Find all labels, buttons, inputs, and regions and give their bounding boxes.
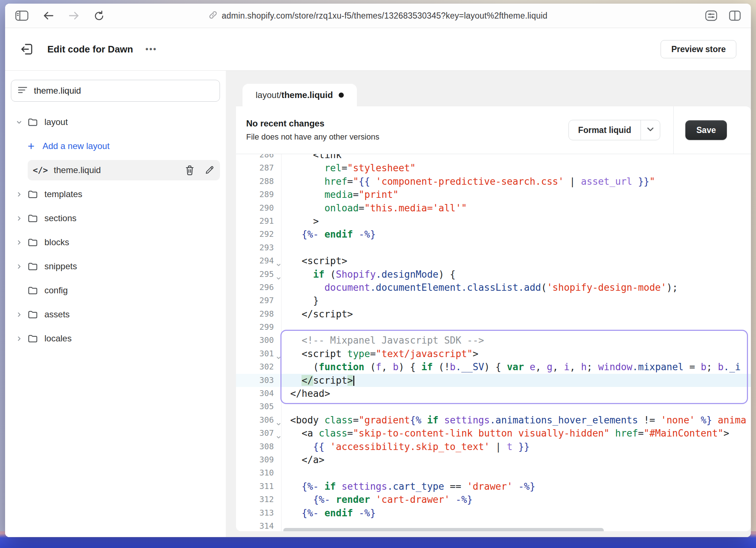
line-number: 309: [236, 453, 281, 466]
unsaved-changes-dot: [339, 93, 344, 98]
sidebar-item-snippets[interactable]: snippets: [11, 256, 220, 277]
sidebar-item-add-new-layout[interactable]: +Add a new layout: [28, 136, 220, 156]
chevron-down-icon: [647, 127, 654, 133]
format-options-chevron-button[interactable]: [641, 120, 660, 140]
code-line[interactable]: 293: [236, 241, 751, 254]
format-liquid-button[interactable]: Format liquid: [569, 120, 641, 140]
line-number: 292: [236, 228, 281, 241]
chevron-right-icon[interactable]: [16, 215, 28, 222]
sidebar-item-locales[interactable]: locales: [11, 328, 220, 349]
code-line[interactable]: 304</head>: [236, 387, 751, 400]
code-line[interactable]: 295 if (Shopify.designMode) {: [236, 268, 751, 281]
code-line[interactable]: 289 media="print": [236, 188, 751, 201]
code-line-content: if (Shopify.designMode) {: [281, 268, 751, 281]
status-subtitle: File does not have any other versions: [246, 132, 379, 142]
code-line[interactable]: 286 <link: [236, 154, 751, 161]
code-line[interactable]: 300 <!-- Mixpanel Javascript SDK -->: [236, 334, 751, 347]
folder-icon: [28, 310, 38, 319]
code-line[interactable]: 311 {%- if settings.cart_type == 'drawer…: [236, 480, 751, 493]
code-line-content: document.documentElement.classList.add('…: [281, 281, 751, 294]
code-line-content: <a class="skip-to-content-link button vi…: [281, 427, 751, 440]
rename-file-icon[interactable]: [205, 165, 214, 175]
chevron-right-icon[interactable]: [16, 239, 28, 246]
sidebar-item-layout[interactable]: layout: [11, 112, 220, 132]
address-bar[interactable]: admin.shopify.com/store/rzq1xu-f5/themes…: [5, 11, 751, 21]
page-settings-icon[interactable]: [705, 10, 717, 21]
code-line[interactable]: 312 {%- render 'cart-drawer' -%}: [236, 493, 751, 506]
file-sidebar: layout+Add a new layout</>theme.liquidte…: [5, 71, 226, 537]
code-line[interactable]: 301 <script type="text/javascript">: [236, 347, 751, 360]
code-editor[interactable]: 286 <link287 rel="stylesheet"288 href="{…: [236, 154, 751, 531]
sidebar-item-sections[interactable]: sections: [11, 208, 220, 228]
split-view-icon[interactable]: [729, 11, 741, 21]
line-number: 303: [236, 374, 281, 387]
format-liquid-split-button: Format liquid: [568, 120, 661, 140]
line-number: 311: [236, 480, 281, 493]
sidebar-toggle-icon[interactable]: [15, 11, 28, 21]
folder-icon: [28, 214, 38, 223]
file-search-box[interactable]: [11, 80, 220, 102]
code-line-content: <link: [281, 154, 751, 161]
plus-icon: +: [28, 140, 35, 152]
sidebar-item-label: snippets: [44, 261, 77, 271]
code-line[interactable]: 305: [236, 400, 751, 413]
exit-editor-icon[interactable]: [20, 42, 34, 56]
code-line[interactable]: 307 <a class="skip-to-content-link butto…: [236, 427, 751, 440]
code-file-icon: </>: [33, 165, 48, 175]
code-line[interactable]: 302 (function (f, b) { if (!b.__SV) { va…: [236, 360, 751, 373]
code-line[interactable]: 297 }: [236, 294, 751, 307]
code-line[interactable]: 303 </script>: [236, 374, 751, 387]
horizontal-scrollbar[interactable]: [283, 528, 604, 531]
code-line[interactable]: 298 </script>: [236, 308, 751, 321]
chevron-down-icon[interactable]: [16, 119, 28, 125]
code-line-content: {%- render 'cart-drawer' -%}: [281, 493, 751, 506]
chevron-right-icon[interactable]: [16, 336, 28, 342]
sidebar-item-label: templates: [44, 189, 82, 199]
sidebar-item-blocks[interactable]: blocks: [11, 232, 220, 253]
sidebar-item-config[interactable]: config: [11, 280, 220, 301]
code-line[interactable]: 306<body class="gradient{% if settings.a…: [236, 414, 751, 427]
code-line[interactable]: 299: [236, 321, 751, 334]
folder-icon: [28, 334, 38, 343]
code-line[interactable]: 309 </a>: [236, 453, 751, 466]
save-button[interactable]: Save: [685, 120, 727, 140]
folder-icon: [28, 286, 38, 295]
forward-button-icon[interactable]: [68, 11, 79, 20]
line-number: 296: [236, 281, 281, 294]
browser-window: admin.shopify.com/store/rzq1xu-f5/themes…: [5, 4, 751, 537]
code-line[interactable]: 287 rel="stylesheet": [236, 161, 751, 175]
sidebar-item-assets[interactable]: assets: [11, 304, 220, 325]
code-line[interactable]: 296 document.documentElement.classList.a…: [236, 281, 751, 294]
code-line[interactable]: 290 onload="this.media='all'": [236, 201, 751, 215]
code-line[interactable]: 294 <script>: [236, 254, 751, 267]
code-line[interactable]: 308 {{ 'accessibility.skip_to_text' | t …: [236, 440, 751, 453]
preview-store-button[interactable]: Preview store: [661, 40, 736, 58]
code-lines: 286 <link287 rel="stylesheet"288 href="{…: [236, 154, 751, 531]
code-line[interactable]: 313 {%- endif -%}: [236, 506, 751, 520]
chevron-right-icon[interactable]: [16, 263, 28, 270]
back-button-icon[interactable]: [43, 11, 54, 20]
line-number: 291: [236, 215, 281, 228]
editor-tabbar: layout/theme.liquid: [236, 84, 751, 106]
sidebar-item-label: config: [44, 285, 68, 295]
sidebar-item-label: Add a new layout: [43, 141, 110, 151]
sidebar-item-templates[interactable]: templates: [11, 184, 220, 204]
chevron-right-icon[interactable]: [16, 312, 28, 318]
url-text[interactable]: admin.shopify.com/store/rzq1xu-f5/themes…: [222, 11, 547, 21]
chevron-right-icon[interactable]: [16, 191, 28, 197]
sidebar-item-theme-liquid[interactable]: </>theme.liquid: [28, 160, 220, 180]
line-number: 310: [236, 466, 281, 480]
more-actions-icon[interactable]: •••: [145, 44, 157, 54]
reload-icon[interactable]: [94, 10, 104, 21]
file-search-input[interactable]: [33, 85, 213, 96]
code-line[interactable]: 291 >: [236, 215, 751, 228]
sidebar-item-label: theme.liquid: [54, 165, 101, 175]
delete-file-icon[interactable]: [185, 165, 194, 175]
code-line[interactable]: 310: [236, 466, 751, 480]
sidebar-item-label: sections: [44, 213, 76, 223]
code-line[interactable]: 288 href="{{ 'component-predictive-searc…: [236, 175, 751, 188]
tab-theme-liquid[interactable]: layout/theme.liquid: [243, 84, 357, 106]
code-line[interactable]: 292 {%- endif -%}: [236, 228, 751, 241]
line-number: 298: [236, 308, 281, 321]
code-line-content: </head>: [281, 387, 751, 400]
